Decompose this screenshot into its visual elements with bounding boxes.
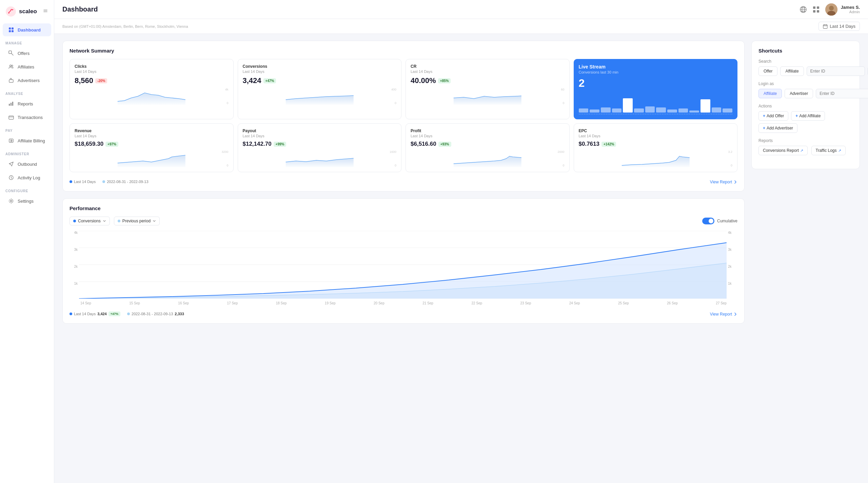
sidebar-item-settings[interactable]: Settings: [3, 195, 51, 207]
date-range-button[interactable]: Last 14 Days: [818, 22, 860, 31]
live-bar-7: [645, 106, 655, 113]
arrow-icon-2: ↗: [838, 148, 841, 153]
sidebar-item-transactions[interactable]: Transactions: [3, 111, 51, 124]
perf-legend: Last 14 Days 3,424 +47% 2022-08-31 - 202…: [70, 311, 184, 316]
metric-sublabel-clicks: Last 14 Days: [75, 69, 229, 74]
user-area[interactable]: James S. Admin: [825, 3, 860, 16]
sidebar-item-affiliates[interactable]: Affiliates: [3, 60, 51, 73]
svg-point-1: [8, 12, 9, 14]
sidebar-item-label: Settings: [18, 199, 34, 204]
add-offer-button[interactable]: + Add Offer: [758, 111, 788, 121]
search-id-input[interactable]: [807, 66, 865, 76]
chart-legend: Last 14 Days 2022-08-31 - 2022-09-13: [70, 180, 149, 184]
credit-card-icon: [8, 114, 14, 120]
sidebar-item-reports[interactable]: Reports: [3, 97, 51, 110]
tag-icon: [8, 50, 14, 56]
metric-badge-payout: +99%: [274, 142, 287, 147]
metric-label-clicks: Clicks: [75, 64, 229, 69]
metric-label-epc: EPC: [579, 128, 733, 133]
svg-rect-23: [817, 6, 819, 9]
sidebar-item-dashboard[interactable]: Dashboard: [3, 23, 51, 36]
search-affiliate-button[interactable]: Affiliate: [780, 66, 804, 76]
page-title: Dashboard: [62, 5, 800, 13]
dollar-icon: [8, 138, 14, 144]
logo-area: scaleo: [0, 0, 54, 23]
avatar[interactable]: [825, 3, 837, 16]
legend-item-2: 2022-08-31 - 2022-09-13: [102, 180, 148, 184]
sidebar-item-affiliate-billing[interactable]: Affiliate Billing: [3, 134, 51, 147]
actions-label: Actions: [758, 104, 853, 108]
add-affiliate-button[interactable]: + Add Affiliate: [791, 111, 825, 121]
sidebar-item-offers[interactable]: Offers: [3, 47, 51, 60]
legend-dot-2: [102, 180, 105, 183]
briefcase-icon: [8, 77, 14, 83]
metric-label-payout: Payout: [243, 128, 397, 133]
grid-icon[interactable]: [812, 6, 820, 13]
timezone-label: Based on (GMT+01:00) Amsterdam, Berlin, …: [62, 24, 818, 28]
login-as-advertiser-button[interactable]: Advertiser: [785, 89, 813, 98]
perf-view-report-link[interactable]: View Report: [710, 312, 737, 317]
svg-point-27: [829, 6, 834, 11]
globe-icon[interactable]: [800, 6, 807, 13]
svg-rect-9: [9, 80, 13, 82]
performance-chart-svg: [79, 231, 727, 299]
metric-chart-payout: 1600 0: [243, 150, 397, 167]
sidebar-item-label: Reports: [18, 101, 33, 106]
svg-point-0: [6, 6, 16, 17]
reports-label: Reports: [758, 138, 853, 143]
metric-badge-conversions: +47%: [263, 78, 276, 83]
conversions-report-link[interactable]: Conversions Report ↗: [758, 146, 808, 155]
actions-row: + Add Offer + Add Affiliate + Add Advert…: [758, 111, 853, 133]
metric-value-cr: 40.00% +85%: [411, 76, 565, 85]
live-bar-1: [579, 108, 589, 113]
dot-blue: [73, 220, 76, 222]
sidebar-item-activity-log[interactable]: Activity Log: [3, 171, 51, 184]
svg-rect-25: [817, 10, 819, 13]
svg-rect-22: [813, 6, 815, 9]
shortcuts-title: Shortcuts: [758, 48, 853, 54]
svg-rect-4: [9, 30, 11, 32]
gear-icon: [8, 198, 14, 204]
sidebar-section-manage: MANAGE: [0, 37, 54, 46]
sidebar: scaleo Dashboard MANAGE Offers Affiliate…: [0, 0, 54, 483]
sidebar-section-administer: ADMINISTER: [0, 147, 54, 157]
date-range-label: Last 14 Days: [830, 24, 855, 29]
add-advertiser-button[interactable]: + Add Advertiser: [758, 123, 797, 133]
metrics-grid-row2: Revenue Last 14 Days $18,659.30 +97% 320…: [70, 123, 737, 172]
traffic-logs-link[interactable]: Traffic Logs ↗: [811, 146, 846, 155]
svg-rect-2: [9, 27, 11, 29]
live-bar-13: [712, 107, 722, 113]
metric-value-profit: $6,516.60 +93%: [411, 141, 565, 147]
metric-card-profit: Profit Last 14 Days $6,516.60 +93% 2000: [406, 123, 570, 172]
svg-rect-11: [11, 103, 12, 106]
svg-rect-10: [9, 104, 10, 106]
live-bar-4: [612, 108, 622, 113]
metric-chart-profit: 2000 0: [411, 150, 565, 167]
period-dropdown[interactable]: Previous period: [114, 217, 160, 225]
metric-chart-revenue: 3200 0: [75, 150, 229, 167]
svg-rect-24: [813, 10, 815, 13]
metric-sublabel-profit: Last 14 Days: [411, 134, 565, 138]
live-bars: [579, 92, 733, 113]
svg-rect-12: [12, 102, 13, 106]
sidebar-item-label: Offers: [18, 51, 29, 56]
sidebar-section-pay: PAY: [0, 124, 54, 134]
metric-value-live: 2: [579, 77, 733, 89]
collapse-icon[interactable]: [42, 8, 48, 15]
conversions-dropdown[interactable]: Conversions: [70, 217, 110, 225]
sidebar-section-configure: CONFIGURE: [0, 184, 54, 194]
view-report-link[interactable]: View Report: [710, 180, 737, 184]
sidebar-item-advertisers[interactable]: Advertisers: [3, 74, 51, 87]
login-as-affiliate-button[interactable]: Affiliate: [758, 89, 782, 98]
cumulative-toggle[interactable]: [702, 218, 714, 224]
sidebar-item-outbound[interactable]: Outbound: [3, 158, 51, 170]
metrics-grid-row1: Clicks Last 14 Days 8,560 -20% 4k: [70, 59, 737, 119]
search-offer-button[interactable]: Offer: [758, 66, 777, 76]
chevron-down-icon-1: [103, 219, 106, 223]
user-role: Admin: [841, 10, 860, 14]
login-id-input[interactable]: [816, 89, 868, 98]
perf-legend-dot-2: [127, 313, 130, 315]
metric-sublabel-cr: Last 14 Days: [411, 69, 565, 74]
metric-label-live: Live Stream: [579, 64, 733, 69]
logo-text: scaleo: [19, 8, 37, 15]
